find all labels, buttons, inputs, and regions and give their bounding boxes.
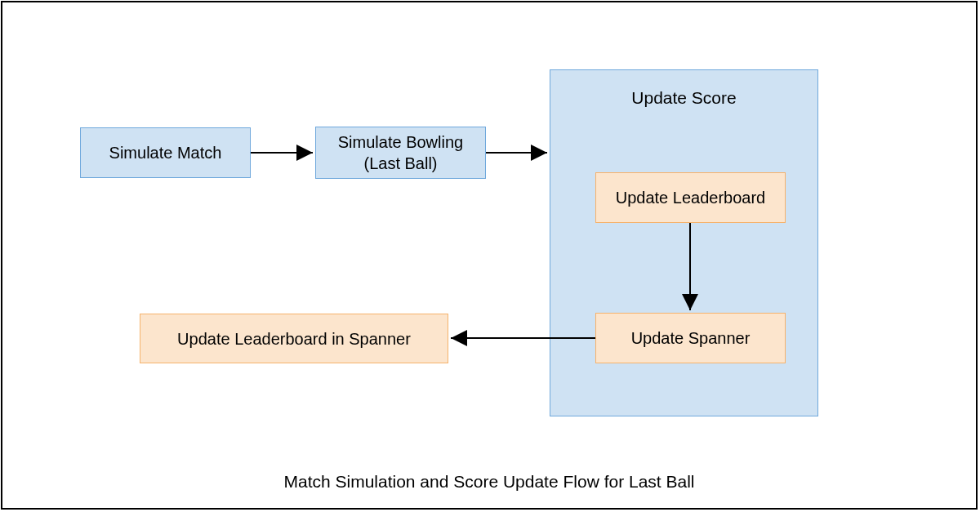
node-simulate-match: Simulate Match bbox=[80, 127, 251, 178]
node-label: Update Leaderboard in Spanner bbox=[177, 328, 411, 349]
node-update-spanner: Update Spanner bbox=[595, 313, 786, 363]
diagram-frame: Simulate Match Simulate Bowling (Last Ba… bbox=[1, 1, 978, 510]
node-update-leaderboard: Update Leaderboard bbox=[595, 172, 786, 223]
node-label: Simulate Match bbox=[109, 142, 222, 163]
node-simulate-bowling: Simulate Bowling (Last Ball) bbox=[315, 127, 486, 179]
node-label: Update Leaderboard bbox=[616, 187, 765, 208]
arrows-layer bbox=[2, 2, 979, 511]
node-update-score-container: Update Score bbox=[550, 69, 818, 416]
node-update-leaderboard-spanner: Update Leaderboard in Spanner bbox=[140, 314, 448, 363]
container-title: Update Score bbox=[550, 88, 817, 108]
node-label: Update Spanner bbox=[631, 327, 751, 349]
node-label: Simulate Bowling (Last Ball) bbox=[338, 131, 463, 174]
diagram-caption: Match Simulation and Score Update Flow f… bbox=[2, 472, 976, 492]
